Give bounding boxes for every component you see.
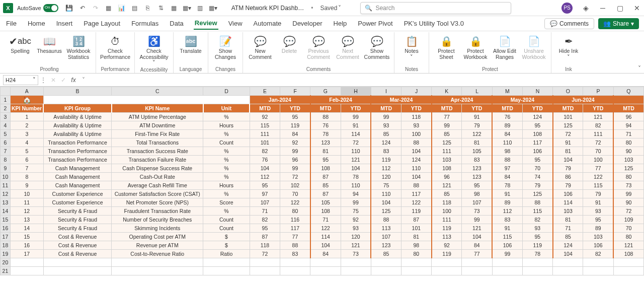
- cell[interactable]: 105: [310, 198, 341, 207]
- cell[interactable]: 79: [522, 181, 552, 190]
- cell[interactable]: 87: [310, 173, 341, 181]
- cell[interactable]: ATM Uptime Percentage: [112, 113, 203, 121]
- cell[interactable]: 118: [250, 241, 280, 250]
- cell[interactable]: 117: [401, 190, 432, 198]
- cell[interactable]: [10, 258, 43, 267]
- cell[interactable]: [112, 267, 203, 275]
- cell[interactable]: 80: [613, 173, 643, 181]
- column-header[interactable]: E: [250, 87, 280, 96]
- cell[interactable]: 102: [280, 181, 310, 190]
- cell[interactable]: 12: [10, 207, 43, 216]
- cell[interactable]: 88: [492, 156, 522, 164]
- field-header[interactable]: Unit: [203, 104, 250, 113]
- cell[interactable]: 84: [492, 130, 522, 138]
- cell[interactable]: 112: [250, 173, 280, 181]
- cell[interactable]: 71: [310, 216, 341, 224]
- cell[interactable]: %: [203, 147, 250, 156]
- cell[interactable]: Transaction Performance: [43, 156, 112, 164]
- cell[interactable]: 124: [371, 138, 401, 147]
- cell[interactable]: 99: [613, 190, 643, 198]
- tab-insert[interactable]: Insert: [55, 18, 74, 29]
- cell[interactable]: Count: [203, 138, 250, 147]
- cell[interactable]: 96: [432, 173, 462, 181]
- cell[interactable]: 73: [613, 181, 643, 190]
- cell[interactable]: 106: [492, 241, 522, 250]
- cell[interactable]: [401, 267, 432, 275]
- document-title[interactable]: ATM Network KPI Dashb…: [231, 5, 304, 12]
- cell[interactable]: 83: [492, 216, 522, 224]
- subheader-ytd[interactable]: YTD: [280, 104, 310, 113]
- cell[interactable]: 95: [462, 181, 492, 190]
- row-header[interactable]: 15: [1, 216, 11, 224]
- cell[interactable]: 116: [280, 216, 310, 224]
- cell[interactable]: [583, 258, 613, 267]
- cell[interactable]: 81: [553, 147, 583, 156]
- cell[interactable]: 113: [432, 233, 462, 241]
- cell[interactable]: 108: [432, 164, 462, 173]
- cell[interactable]: 83: [280, 250, 310, 258]
- cell[interactable]: 71: [250, 207, 280, 216]
- cell[interactable]: 125: [371, 207, 401, 216]
- row-header[interactable]: 13: [1, 198, 11, 207]
- cell[interactable]: 82: [522, 216, 552, 224]
- row-header[interactable]: 5: [1, 130, 11, 138]
- cell[interactable]: 72: [341, 138, 371, 147]
- cell[interactable]: 71: [613, 130, 643, 138]
- subheader-mtd[interactable]: MTD: [371, 104, 401, 113]
- cell[interactable]: 78: [492, 181, 522, 190]
- cell[interactable]: $: [203, 241, 250, 250]
- cell[interactable]: 72: [250, 250, 280, 258]
- cell[interactable]: 80: [280, 207, 310, 216]
- tab-file[interactable]: File: [5, 18, 18, 29]
- cell[interactable]: 91: [341, 121, 371, 130]
- share-button[interactable]: 👥 Share ▾: [598, 18, 639, 29]
- cell[interactable]: 85: [432, 130, 462, 138]
- cell[interactable]: 110: [401, 164, 432, 173]
- qat-icon[interactable]: ▦: [170, 4, 178, 12]
- cell[interactable]: Count: [203, 216, 250, 224]
- column-header[interactable]: N: [522, 87, 552, 96]
- cell[interactable]: [250, 267, 280, 275]
- row-header[interactable]: 10: [1, 173, 11, 181]
- column-header[interactable]: B: [43, 87, 112, 96]
- cell[interactable]: 107: [462, 198, 492, 207]
- column-header[interactable]: I: [371, 87, 401, 96]
- cell[interactable]: 72: [613, 207, 643, 216]
- cell[interactable]: 93: [583, 207, 613, 216]
- cell[interactable]: Transaction Success Rate: [112, 147, 203, 156]
- cell[interactable]: 100: [583, 156, 613, 164]
- cell[interactable]: Cost & Revenue: [43, 241, 112, 250]
- cell[interactable]: 77: [462, 250, 492, 258]
- cell[interactable]: 104: [310, 241, 341, 250]
- cell[interactable]: 104: [401, 147, 432, 156]
- cell[interactable]: 81: [310, 147, 341, 156]
- tab-view[interactable]: View: [227, 18, 244, 29]
- cell[interactable]: [553, 267, 583, 275]
- cell[interactable]: [462, 258, 492, 267]
- tab-page-layout[interactable]: Page Layout: [83, 18, 121, 29]
- cell[interactable]: 88: [280, 241, 310, 250]
- cell[interactable]: [280, 258, 310, 267]
- cell[interactable]: 90: [613, 198, 643, 207]
- column-header[interactable]: M: [492, 87, 522, 96]
- field-header[interactable]: KPI Name: [112, 104, 203, 113]
- cell[interactable]: 115: [583, 181, 613, 190]
- subheader-mtd[interactable]: MTD: [553, 104, 583, 113]
- cell[interactable]: 91: [492, 224, 522, 233]
- cell[interactable]: 115: [522, 207, 552, 216]
- cell[interactable]: 70: [522, 164, 552, 173]
- cell[interactable]: %: [203, 190, 250, 198]
- cell[interactable]: 123: [462, 173, 492, 181]
- month-header[interactable]: Jan-2024: [250, 96, 310, 104]
- cell[interactable]: 123: [371, 241, 401, 250]
- cell[interactable]: Customer Satisfaction Score (CSAT): [112, 190, 203, 198]
- cell[interactable]: 71: [553, 224, 583, 233]
- cell[interactable]: 98: [492, 147, 522, 156]
- month-header[interactable]: May-2024: [492, 96, 553, 104]
- spelling-button[interactable]: ✔abcSpelling: [6, 33, 34, 54]
- close-icon[interactable]: ✕: [633, 4, 641, 12]
- cell[interactable]: 72: [583, 138, 613, 147]
- cell[interactable]: [43, 258, 112, 267]
- cell[interactable]: 104: [462, 233, 492, 241]
- cell[interactable]: 103: [553, 207, 583, 216]
